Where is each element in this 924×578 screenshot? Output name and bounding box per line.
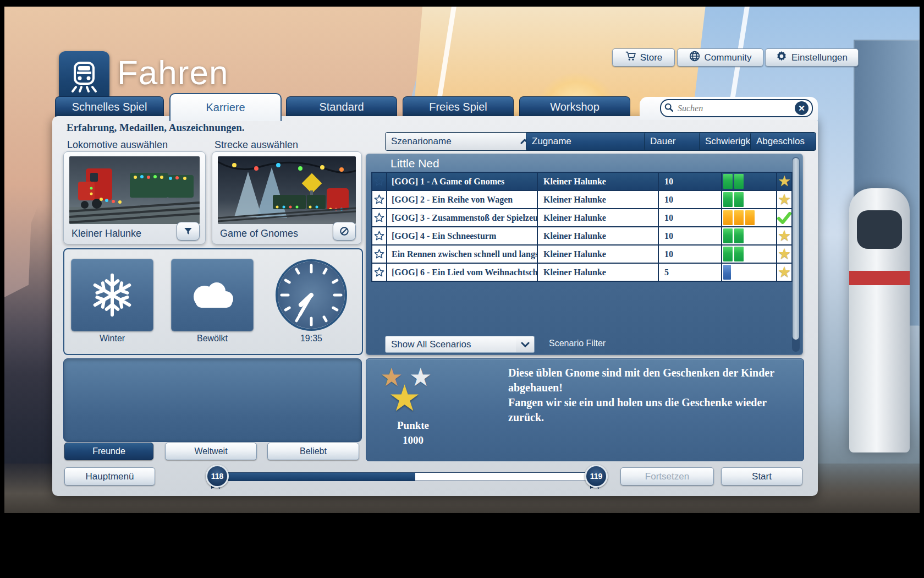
difficulty-bars [722, 227, 777, 244]
level-badge-current: 118 [205, 464, 227, 489]
train-name: Kleiner Halunke [538, 209, 659, 226]
loco-thumbnail [69, 156, 200, 224]
cancel-icon[interactable] [333, 222, 356, 241]
environment-panel: Winter Bewölkt 19:35 [63, 248, 363, 355]
difficulty-bars [722, 173, 777, 190]
completed-cell: ★ [777, 227, 791, 244]
scenario-row[interactable]: [GOG] 1 - A Game of Gnomes Kleiner Halun… [372, 173, 791, 191]
search-bar: ✕ [640, 97, 818, 120]
scrollbar-thumb[interactable] [793, 158, 799, 340]
train-name: Kleiner Halunke [538, 227, 659, 244]
scenario-name: [GOG] 6 - Ein Lied vom Weihnachtschor [387, 264, 538, 281]
cart-icon [625, 51, 636, 64]
completed-cell: ★ [777, 264, 791, 281]
weather-label: Bewölkt [171, 334, 254, 343]
scenario-detail-panel: ★ ★ ★ Punkte 1000 Diese üblen Gnome sind… [366, 358, 804, 461]
difficulty-segment [723, 247, 733, 261]
difficulty-segment [723, 210, 733, 225]
duration-value: 10 [659, 227, 722, 244]
duration-value: 10 [659, 209, 722, 226]
time-label: 19:35 [270, 334, 353, 343]
favorite-star-outline-icon[interactable] [372, 227, 387, 244]
duration-value: 5 [659, 264, 722, 281]
global-button[interactable]: Weltweit [165, 443, 257, 460]
route-thumbnail [218, 156, 356, 224]
scenario-rows: [GOG] 1 - A Game of Gnomes Kleiner Halun… [371, 172, 793, 282]
gold-star-icon: ★ [778, 192, 791, 207]
column-header-zugname[interactable]: Zugname [526, 132, 653, 151]
duration-value: 10 [659, 173, 722, 190]
page-title: Fahren [117, 53, 228, 92]
chevron-down-icon[interactable] [516, 336, 535, 353]
snowflake-icon[interactable] [71, 259, 153, 331]
difficulty-segment [723, 174, 733, 189]
friends-button[interactable]: Freunde [64, 443, 153, 460]
scenario-name: [GOG] 4 - Ein Schneesturm [387, 227, 538, 244]
gear-icon [776, 51, 787, 64]
route-card[interactable]: Game of Gnomes [212, 151, 362, 244]
store-button[interactable]: Store [612, 48, 675, 67]
main-menu-button[interactable]: Hauptmenü [64, 467, 155, 486]
scenario-table-panel: Little Ned [GOG] 1 - A Game of Gnomes Kl… [366, 154, 803, 355]
difficulty-segment [734, 210, 744, 225]
duration-value: 10 [659, 246, 722, 263]
green-check-icon [777, 212, 791, 224]
favorite-star-outline-icon[interactable] [372, 173, 387, 190]
duration-value: 10 [659, 191, 722, 208]
column-header-abgeschlossen[interactable]: Abgeschlos [750, 132, 816, 151]
scenario-name: Ein Rennen zwischen schnell und langsam [387, 246, 538, 263]
popular-button[interactable]: Beliebt [267, 443, 359, 460]
difficulty-segment [734, 247, 744, 261]
gold-star-icon: ★ [778, 228, 791, 243]
leaderboard-panel [63, 358, 362, 442]
tab-standard[interactable]: Standard [286, 96, 397, 117]
scenario-row[interactable]: [GOG] 2 - Ein Reihe von Wagen Kleiner Ha… [372, 191, 791, 209]
clock-icon[interactable] [274, 258, 348, 332]
gold-star-icon: ★ [778, 174, 791, 189]
globe-icon [689, 51, 700, 64]
close-icon[interactable]: ✕ [795, 101, 809, 115]
train-icon [59, 51, 109, 102]
favorite-star-outline-icon[interactable] [372, 209, 387, 226]
xp-progress-fill [218, 473, 415, 481]
favorite-star-outline-icon[interactable] [372, 191, 387, 208]
start-button[interactable]: Start [721, 467, 802, 486]
loco-select-label: Lokomotive auswählen [67, 139, 168, 151]
scenario-row[interactable]: [GOG] 3 - Zusammenstoß der Spielzeuge Kl… [372, 209, 791, 227]
search-input[interactable] [676, 103, 791, 114]
search-input-wrapper: ✕ [660, 99, 813, 117]
community-button[interactable]: Community [677, 48, 763, 67]
scenario-row[interactable]: [GOG] 4 - Ein Schneesturm Kleiner Halunk… [372, 227, 791, 246]
column-header-szenarioname[interactable]: Szenarioname [385, 132, 535, 151]
difficulty-segment [723, 192, 733, 207]
scenario-row[interactable]: Ein Rennen zwischen schnell und langsam … [372, 246, 791, 264]
train-name: Kleiner Halunke [538, 191, 659, 208]
tab-freies-spiel[interactable]: Freies Spiel [403, 96, 514, 117]
tab-workshop[interactable]: Workshop [519, 96, 630, 117]
difficulty-segment [723, 265, 731, 280]
tab-schnelles-spiel[interactable]: Schnelles Spiel [55, 96, 164, 117]
difficulty-segment [745, 210, 755, 225]
subtitle: Erfahrung, Medaillen, Auszeichnungen. [67, 122, 245, 134]
favorite-star-outline-icon[interactable] [372, 264, 387, 281]
tab-karriere[interactable]: Karriere [169, 93, 282, 121]
scenario-filter-dropdown[interactable]: Show All Scenarios [385, 336, 528, 353]
settings-button[interactable]: Einstellungen [765, 48, 859, 67]
cloud-icon[interactable] [171, 259, 254, 331]
xp-progress-bar [217, 472, 605, 481]
scenario-description: Diese üblen Gnome sind mit den Geschenke… [508, 366, 789, 425]
scrollbar [792, 157, 800, 352]
train-name: Kleiner Halunke [538, 173, 659, 190]
favorite-star-outline-icon[interactable] [372, 246, 387, 263]
loco-card[interactable]: Kleiner Halunke [63, 151, 206, 244]
loco-name: Kleiner Halunke [72, 228, 141, 239]
train-name: Kleiner Halunke [538, 264, 659, 281]
difficulty-segment [734, 192, 744, 207]
scenario-row[interactable]: [GOG] 6 - Ein Lied vom Weihnachtschor Kl… [372, 264, 791, 282]
gold-star-icon: ★ [778, 265, 791, 280]
difficulty-segment [734, 228, 744, 243]
route-name: Game of Gnomes [220, 228, 298, 239]
points-label: Punkte [366, 419, 460, 432]
funnel-icon[interactable] [177, 222, 200, 241]
continue-button[interactable]: Fortsetzen [620, 467, 714, 486]
